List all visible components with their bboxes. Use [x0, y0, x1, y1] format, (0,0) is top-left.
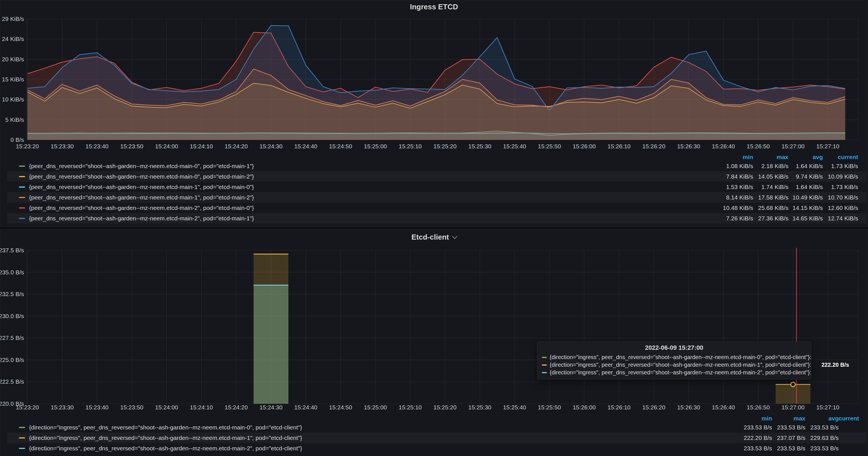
legend-row: {peer_dns_reversed="shoot--ash-garden--m…: [7, 171, 867, 182]
legend-row: {peer_dns_reversed="shoot--ash-garden--m…: [7, 182, 867, 192]
x-axis-tick: 15:24:20: [225, 404, 248, 410]
x-axis-tick: 15:26:00: [572, 143, 596, 149]
legend-stat-current: 1.73 KiB/s: [823, 163, 858, 170]
y-axis-tick: 10 KiB/s: [2, 96, 24, 103]
legend-stat-min: 222.20 B/s: [733, 434, 772, 441]
ingress-etcd-legend: minmaxavgcurrent{peer_dns_reversed="shoo…: [0, 153, 868, 224]
legend-stat-min: 233.53 B/s: [733, 424, 772, 431]
legend-stat-current: 1.73 KiB/s: [823, 183, 858, 191]
x-axis-tick: 15:25:00: [364, 143, 387, 149]
series-color-dash-icon: [19, 437, 25, 438]
legend-stat-min: 1.53 KiB/s: [714, 183, 753, 191]
legend-header-max[interactable]: max: [772, 415, 805, 422]
y-axis-tick: 20 KiB/s: [2, 56, 24, 62]
legend-stat-min: 10.48 KiB/s: [714, 204, 753, 211]
legend-stat-current: 10.09 KiB/s: [823, 173, 858, 180]
series-color-dash-icon: [542, 372, 547, 373]
legend-stat-min: 233.53 B/s: [733, 445, 772, 452]
legend-row: {peer_dns_reversed="shoot--ash-garden--m…: [7, 213, 867, 224]
bar: [776, 384, 810, 404]
legend-header-max[interactable]: max: [753, 154, 788, 161]
legend-header-current[interactable]: current: [823, 154, 858, 161]
legend-series-name: {peer_dns_reversed="shoot--ash-garden--m…: [29, 194, 254, 201]
tooltip-series-label: {direction="ingress", peer_dns_reversed=…: [550, 362, 811, 368]
legend-series-name: {direction="ingress", peer_dns_reversed=…: [29, 424, 302, 431]
legend-stat-max: 14.05 KiB/s: [753, 173, 788, 180]
legend-stat-current: 12.74 KiB/s: [823, 215, 858, 222]
legend-stat-min: 8.14 KiB/s: [714, 194, 753, 201]
legend-header: minmaxavgcurrent: [7, 153, 867, 161]
x-axis-tick: 15:23:30: [51, 404, 74, 410]
legend-row: {peer_dns_reversed="shoot--ash-garden--m…: [7, 203, 867, 213]
x-axis-tick: 15:25:20: [433, 143, 457, 149]
x-axis-tick: 15:26:50: [747, 404, 770, 410]
panel-title-ingress-etcd[interactable]: Ingress ETCD: [0, 0, 868, 13]
legend-header-current[interactable]: current: [839, 415, 858, 422]
y-axis-tick: 222.5 B/s: [0, 378, 24, 385]
x-axis-tick: 15:25:10: [399, 143, 422, 149]
legend-stat-max: 27.36 KiB/s: [753, 215, 788, 222]
legend-stat-avg: 10.49 KiB/s: [788, 194, 823, 201]
x-axis-tick: 15:24:50: [329, 404, 352, 410]
x-axis-tick: 15:24:30: [259, 404, 282, 410]
y-axis-tick: 225.0 B/s: [0, 357, 24, 363]
etcd-client-chart[interactable]: 237.5 B/s235.0 B/s232.5 B/s230.0 B/s227.…: [0, 229, 868, 414]
series-color-dash-icon: [19, 187, 25, 188]
legend-series-label[interactable]: {peer_dns_reversed="shoot--ash-garden--m…: [7, 173, 714, 180]
legend-stat-max: 237.07 B/s: [772, 434, 805, 441]
legend-series-name: {peer_dns_reversed="shoot--ash-garden--m…: [29, 163, 254, 170]
series-color-dash-icon: [19, 166, 25, 167]
legend-header-avg[interactable]: avg: [788, 154, 823, 161]
legend-stat-current: 10.70 KiB/s: [823, 194, 858, 201]
legend-stat-max: 25.68 KiB/s: [753, 204, 788, 211]
legend-header-min[interactable]: min: [714, 154, 753, 161]
x-axis-tick: 15:26:20: [642, 143, 665, 149]
legend-stat-avg: 1.64 KiB/s: [788, 163, 823, 170]
legend-stat-max: 233.53 B/s: [772, 424, 805, 431]
panel-etcd-client: Etcd-client 237.5 B/s235.0 B/s232.5 B/s2…: [0, 229, 868, 456]
x-axis-tick: 15:23:40: [86, 404, 108, 410]
legend-stat-avg: 233.53 B/s: [805, 445, 839, 452]
legend-series-name: {peer_dns_reversed="shoot--ash-garden--m…: [29, 215, 254, 222]
x-axis-tick: 15:23:20: [16, 404, 39, 410]
legend-row: {peer_dns_reversed="shoot--ash-garden--m…: [7, 192, 867, 203]
legend-stat-max: 233.53 B/s: [772, 445, 805, 452]
grafana-dashboard: { "page": { "background": "#0b0c0f", "pa…: [0, 0, 868, 456]
tooltip-series-label: {direction="ingress", peer_dns_reversed=…: [550, 369, 811, 376]
series-1: [254, 254, 810, 404]
legend-series-name: {direction="ingress", peer_dns_reversed=…: [29, 434, 302, 441]
x-axis-tick: 15:23:40: [86, 143, 108, 149]
legend-series-label[interactable]: {peer_dns_reversed="shoot--ash-garden--m…: [7, 204, 714, 211]
x-axis-tick: 15:26:30: [677, 404, 700, 410]
tooltip-series-label: {direction="ingress", peer_dns_reversed=…: [550, 354, 811, 361]
legend-series-label[interactable]: {direction="ingress", peer_dns_reversed=…: [7, 445, 733, 452]
bar: [254, 285, 288, 404]
legend-series-label[interactable]: {peer_dns_reversed="shoot--ash-garden--m…: [7, 183, 714, 191]
legend-stat-current: 12.60 KiB/s: [823, 204, 858, 211]
x-axis-tick: 15:25:20: [433, 404, 457, 410]
x-axis-tick: 15:26:50: [747, 143, 770, 149]
x-axis-tick: 15:24:40: [294, 404, 317, 410]
legend-series-label[interactable]: {peer_dns_reversed="shoot--ash-garden--m…: [7, 163, 714, 170]
x-axis-tick: 15:26:20: [642, 404, 665, 410]
legend-series-label[interactable]: {direction="ingress", peer_dns_reversed=…: [7, 434, 733, 441]
legend-header-min[interactable]: min: [733, 415, 772, 422]
series-color-dash-icon: [19, 448, 25, 449]
y-axis-tick: 29 KiB/s: [2, 16, 24, 22]
legend-stat-avg: 14.65 KiB/s: [788, 215, 823, 222]
legend-series-label[interactable]: {direction="ingress", peer_dns_reversed=…: [7, 424, 733, 431]
legend-stat-min: 1.08 KiB/s: [714, 163, 753, 170]
x-axis-tick: 15:25:40: [503, 143, 526, 149]
panel-title-etcd-client[interactable]: Etcd-client: [0, 229, 868, 245]
legend-stat-avg: 229.63 B/s: [805, 434, 839, 441]
legend-header-avg[interactable]: avg: [805, 415, 839, 422]
x-axis-tick: 15:27:00: [781, 404, 805, 410]
ingress-etcd-chart[interactable]: 29 KiB/s24 KiB/s20 KiB/s15 KiB/s10 KiB/s…: [0, 0, 868, 153]
legend-series-label[interactable]: {peer_dns_reversed="shoot--ash-garden--m…: [7, 194, 714, 201]
legend-row: {direction="ingress", peer_dns_reversed=…: [7, 422, 867, 432]
x-axis-tick: 15:26:30: [677, 143, 700, 149]
tooltip-row: {direction="ingress", peer_dns_reversed=…: [542, 369, 806, 376]
legend-series-label[interactable]: {peer_dns_reversed="shoot--ash-garden--m…: [7, 215, 714, 222]
x-axis-tick: 15:27:10: [816, 404, 839, 410]
legend-row: {peer_dns_reversed="shoot--ash-garden--m…: [7, 161, 867, 171]
